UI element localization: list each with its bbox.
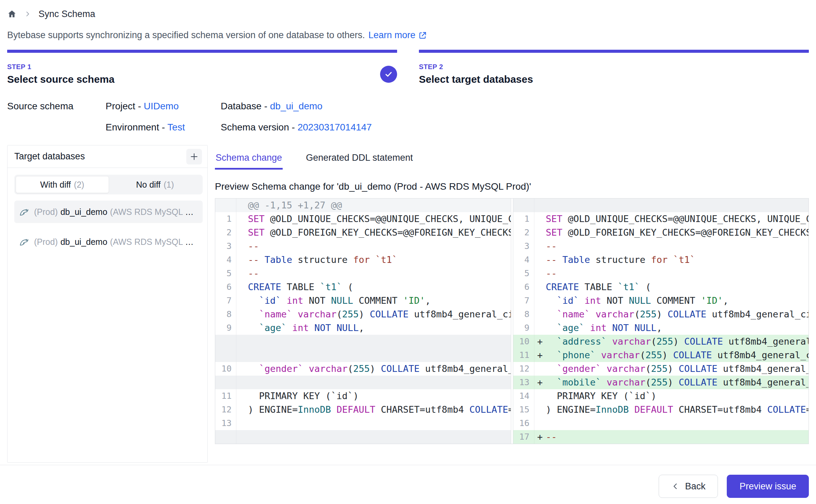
breadcrumb-current: Sync Schema [38, 9, 95, 19]
diff-row: 9 `age` int NOT NULL, [513, 321, 809, 335]
wizard-steps: STEP 1 Select source schema STEP 2 Selec… [7, 50, 809, 85]
check-icon [384, 69, 393, 79]
diff-line-number [215, 430, 236, 444]
tab-generated-ddl[interactable]: Generated DDL statement [305, 153, 413, 170]
diff-line-number: 13 [513, 376, 534, 389]
source-schema-label: Source schema [7, 101, 106, 112]
diff-pane-left: @@ -1,15 +1,27 @@1SET @OLD_UNIQUE_CHECKS… [215, 199, 511, 444]
environment-label: Environment [106, 122, 159, 132]
diff-code-line [248, 335, 511, 348]
diff-code-line: `mobile` varchar(255) COLLATE utf8mb4_ge… [546, 376, 809, 389]
tab-no-diff[interactable]: No diff (1) [109, 176, 202, 193]
tab-schema-change[interactable]: Schema change [215, 153, 283, 170]
diff-code-line: -- [546, 239, 809, 253]
diff-row: 1SET @OLD_UNIQUE_CHECKS=@@UNIQUE_CHECKS,… [513, 212, 809, 226]
diff-code-line: -- [546, 267, 809, 280]
diff-change-marker [534, 280, 546, 294]
tab-no-diff-count: (1) [163, 180, 174, 190]
schema-version-link[interactable]: 20230317014147 [298, 122, 372, 132]
diff-row: 2SET @OLD_FOREIGN_KEY_CHECKS=@@FOREIGN_K… [513, 226, 809, 239]
diff-code-line: `address` varchar(255) COLLATE utf8mb4_g… [546, 335, 809, 348]
diff-line-number: 14 [513, 389, 534, 403]
diff-change-marker [236, 335, 248, 348]
diff-change-marker [534, 239, 546, 253]
diff-code-line [546, 416, 809, 430]
diff-change-marker [534, 253, 546, 267]
diff-row: 13 [215, 416, 511, 430]
database-item-text: (Prod)db_ui_demo(AWS RDS MySQL Prod) [34, 237, 198, 247]
footer-action-bar: Back Preview issue [0, 465, 816, 498]
project-link[interactable]: UIDemo [144, 101, 179, 111]
diff-row: @@ -1,15 +1,27 @@ [215, 199, 511, 212]
database-list-item[interactable]: (Prod)db_ui_demo(AWS RDS MySQL Prod) [14, 231, 203, 253]
diff-change-marker [236, 403, 248, 416]
diff-code-line: @@ -1,15 +1,27 @@ [248, 199, 511, 212]
learn-more-link[interactable]: Learn more [368, 30, 427, 41]
diff-code-line: PRIMARY KEY (`id`) [546, 389, 809, 403]
diff-code-line: CREATE TABLE `t1` ( [248, 280, 511, 294]
diff-line-number: 3 [513, 239, 534, 253]
diff-change-marker [236, 308, 248, 321]
diff-change-marker [236, 226, 248, 239]
diff-row: 3-- [513, 239, 809, 253]
back-button[interactable]: Back [659, 475, 718, 498]
home-button[interactable] [7, 9, 17, 19]
diff-change-marker [236, 389, 248, 403]
diff-row [215, 376, 511, 389]
project-label: Project [106, 101, 135, 111]
diff-code-line: `phone` varchar(255) COLLATE utf8mb4_gen… [546, 348, 809, 362]
mysql-icon [19, 236, 30, 247]
database-instance: (AWS RDS MySQL Prod) [110, 237, 198, 247]
diff-line-number: 1 [513, 212, 534, 226]
diff-change-marker [236, 280, 248, 294]
separator: - [159, 122, 167, 132]
diff-code-line: CREATE TABLE `t1` ( [546, 280, 809, 294]
diff-code-line [248, 416, 511, 430]
diff-row: 6CREATE TABLE `t1` ( [513, 280, 809, 294]
step-1-progress-bar [7, 50, 397, 53]
database-list-item[interactable]: (Prod)db_ui_demo(AWS RDS MySQL Prod) [14, 201, 203, 223]
diff-code-line: `age` int NOT NULL, [546, 321, 809, 335]
database-name: db_ui_demo [60, 237, 107, 247]
diff-change-marker [236, 376, 248, 389]
tab-no-diff-label: No diff [136, 180, 161, 190]
add-target-database-button[interactable] [186, 149, 202, 164]
diff-line-number: 8 [215, 308, 236, 321]
separator: - [262, 101, 270, 111]
diff-line-number: 11 [513, 348, 534, 362]
step-2: STEP 2 Select target databases [419, 50, 809, 85]
diff-row: 7 `id` int NOT NULL COMMENT 'ID', [513, 294, 809, 308]
database-link[interactable]: db_ui_demo [270, 101, 323, 111]
diff-line-number: 2 [215, 226, 236, 239]
diff-line-number: 16 [513, 416, 534, 430]
sync-schema-page: Sync Schema Bytebase supports synchroniz… [0, 0, 816, 463]
diff-line-number [215, 348, 236, 362]
diff-change-marker: + [534, 430, 546, 444]
diff-code-line [248, 430, 511, 444]
source-schema-version: Schema version - 20230317014147 [221, 122, 809, 133]
diff-code-line [248, 376, 511, 389]
schema-version-label: Schema version [221, 122, 289, 132]
diff-change-marker [534, 267, 546, 280]
source-environment: Environment - Test [106, 122, 221, 133]
diff-change-marker: + [534, 335, 546, 348]
diff-line-number: 1 [215, 212, 236, 226]
database-environment: (Prod) [34, 207, 58, 217]
diff-row: 14 PRIMARY KEY (`id`) [513, 389, 809, 403]
diff-change-marker [534, 294, 546, 308]
diff-change-marker [534, 362, 546, 376]
diff-line-number: 10 [215, 362, 236, 376]
separator: - [289, 122, 298, 132]
preview-issue-button[interactable]: Preview issue [727, 475, 809, 498]
diff-row: 11+ `phone` varchar(255) COLLATE utf8mb4… [513, 348, 809, 362]
diff-code-line: SET @OLD_UNIQUE_CHECKS=@@UNIQUE_CHECKS, … [248, 212, 511, 226]
diff-change-marker [534, 416, 546, 430]
diff-row: 15) ENGINE=InnoDB DEFAULT CHARSET=utf8mb… [513, 403, 809, 416]
environment-link[interactable]: Test [168, 122, 185, 132]
diff-change-marker [236, 362, 248, 376]
main-content: Target databases With diff (2) No diff (… [7, 145, 809, 463]
separator: - [135, 101, 144, 111]
tab-with-diff[interactable]: With diff (2) [16, 176, 109, 193]
source-schema-summary: Source schema Project - UIDemo Database … [7, 101, 809, 133]
diff-change-marker [236, 239, 248, 253]
